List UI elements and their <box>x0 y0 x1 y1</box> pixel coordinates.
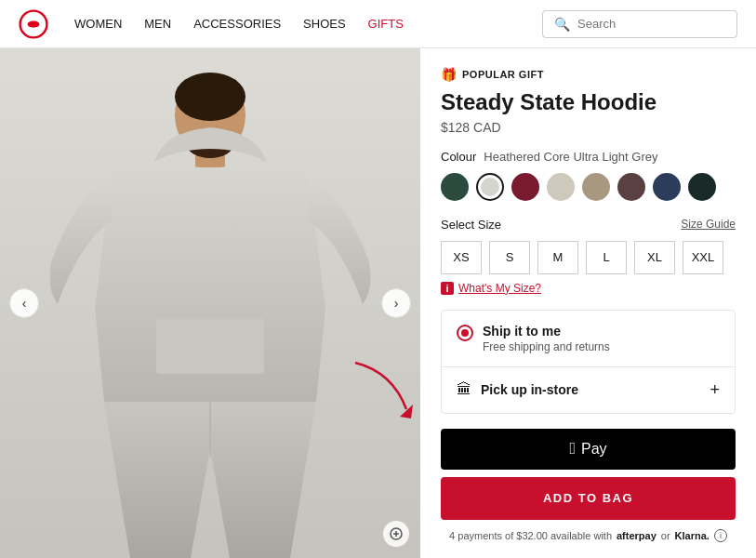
size-m[interactable]: M <box>537 241 578 274</box>
colour-value: Heathered Core Ultra Light Grey <box>484 150 657 164</box>
swatch-tan[interactable] <box>582 173 610 201</box>
svg-rect-6 <box>156 318 264 374</box>
size-section-header: Select Size Size Guide <box>441 218 736 232</box>
nav-links: WOMEN MEN ACCESSORIES SHOES GIFTS <box>74 17 404 31</box>
swatch-light-grey[interactable] <box>476 173 504 201</box>
nav-left: WOMEN MEN ACCESSORIES SHOES GIFTS <box>19 9 404 39</box>
nav-shoes[interactable]: SHOES <box>303 17 346 31</box>
nav-men[interactable]: MEN <box>144 17 171 31</box>
nav-accessories[interactable]: ACCESSORIES <box>193 17 281 31</box>
product-details: 🎁 POPULAR GIFT Steady State Hoodie $128 … <box>420 48 756 558</box>
search-box[interactable]: 🔍 <box>542 10 737 38</box>
image-prev-button[interactable]: ‹ <box>9 288 39 318</box>
colour-label: Colour <box>441 150 476 164</box>
apple-pay-button[interactable]:  Pay <box>441 429 736 470</box>
navbar: WOMEN MEN ACCESSORIES SHOES GIFTS 🔍 <box>0 0 756 48</box>
popular-gift-badge: 🎁 POPULAR GIFT <box>441 67 736 82</box>
nav-gifts[interactable]: GIFTS <box>368 17 404 31</box>
nav-women[interactable]: WOMEN <box>74 17 122 31</box>
size-xxl[interactable]: XXL <box>683 241 723 274</box>
search-icon: 🔍 <box>554 17 570 32</box>
afterpay-row: 4 payments of $32.00 available with afte… <box>441 529 736 542</box>
colour-row: Colour Heathered Core Ultra Light Grey <box>441 150 736 164</box>
whats-my-size-text: What's My Size? <box>458 282 541 295</box>
image-zoom-indicator[interactable] <box>383 521 409 547</box>
size-xs[interactable]: XS <box>441 241 482 274</box>
apple-logo-icon:  <box>569 439 576 458</box>
afterpay-or: or <box>661 530 670 541</box>
store-icon: 🏛 <box>457 381 471 398</box>
swatch-navy[interactable] <box>653 173 681 201</box>
product-image-section: ‹ › <box>0 48 420 558</box>
nav-right: 🔍 <box>542 10 737 38</box>
size-xl[interactable]: XL <box>634 241 675 274</box>
search-input[interactable] <box>577 17 725 31</box>
add-to-bag-button[interactable]: ADD TO BAG <box>441 477 736 520</box>
pickup-left: 🏛 Pick up in-store <box>457 381 578 398</box>
size-label: Select Size <box>441 218 501 232</box>
lululemon-logo[interactable] <box>19 9 48 39</box>
popular-gift-text: POPULAR GIFT <box>462 69 544 80</box>
image-next-button[interactable]: › <box>381 288 411 318</box>
ship-subtitle: Free shipping and returns <box>483 340 610 353</box>
ship-to-me-option[interactable]: Ship it to me Free shipping and returns <box>442 311 735 367</box>
product-title: Steady State Hoodie <box>441 89 736 116</box>
size-guide-link[interactable]: Size Guide <box>681 218 736 231</box>
pickup-expand-icon[interactable]: + <box>710 380 720 400</box>
product-price: $128 CAD <box>441 120 736 135</box>
apple-pay-label: Pay <box>581 441 607 458</box>
gift-icon: 🎁 <box>441 67 457 82</box>
afterpay-info-icon[interactable]: i <box>714 529 727 542</box>
ship-radio <box>457 325 473 341</box>
klarna-logo: Klarna. <box>675 530 710 541</box>
swatch-beige[interactable] <box>547 173 575 201</box>
ship-radio-fill <box>461 329 469 337</box>
swatch-dark-brown[interactable] <box>617 173 645 201</box>
main-content: ‹ › 🎁 POPULAR GIFT Steady State Hoodie $… <box>0 48 756 558</box>
pickup-title: Pick up in-store <box>481 382 578 397</box>
ship-title: Ship it to me <box>483 324 610 339</box>
pickup-option[interactable]: 🏛 Pick up in-store + <box>442 367 735 413</box>
afterpay-text: 4 payments of $32.00 available with <box>449 530 612 541</box>
size-l[interactable]: L <box>586 241 627 274</box>
size-s[interactable]: S <box>489 241 530 274</box>
afterpay-logo: afterpay <box>617 530 657 541</box>
size-help-icon: i <box>441 282 454 295</box>
colour-swatches <box>441 173 736 201</box>
ship-text-block: Ship it to me Free shipping and returns <box>483 324 610 353</box>
shipping-options: Ship it to me Free shipping and returns … <box>441 310 736 414</box>
whats-my-size-link[interactable]: i What's My Size? <box>441 282 736 295</box>
swatch-dark-teal[interactable] <box>688 173 716 201</box>
svg-point-4 <box>175 73 245 121</box>
swatch-burgundy[interactable] <box>511 173 539 201</box>
swatch-dark-green[interactable] <box>441 173 469 201</box>
product-image <box>0 48 420 558</box>
size-buttons: XS S M L XL XXL <box>441 241 736 274</box>
